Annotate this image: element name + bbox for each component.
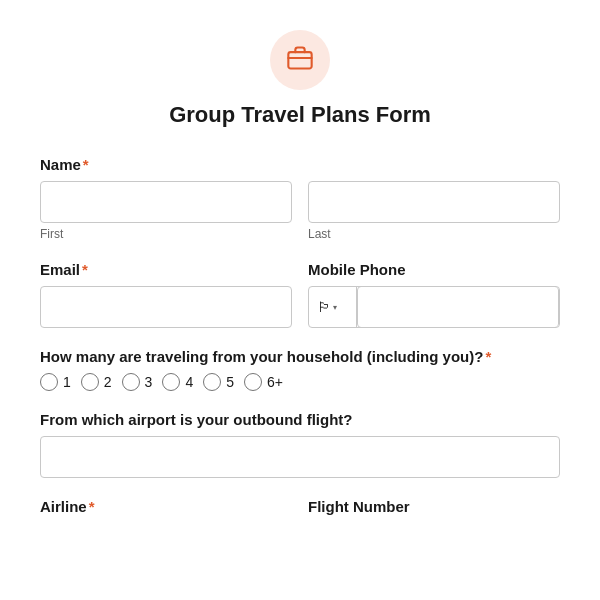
email-mobile-section: Email* Mobile Phone 🏳 ▾ xyxy=(40,261,560,328)
radio-2[interactable] xyxy=(81,373,99,391)
email-mobile-row: Email* Mobile Phone 🏳 ▾ xyxy=(40,261,560,328)
airline-group: Airline* xyxy=(40,498,292,523)
phone-field-wrapper: 🏳 ▾ xyxy=(308,286,560,328)
radio-label-6plus: 6+ xyxy=(267,374,283,390)
radio-option-3[interactable]: 3 xyxy=(122,373,153,391)
svg-rect-0 xyxy=(288,52,311,68)
mobile-label: Mobile Phone xyxy=(308,261,560,278)
radio-option-4[interactable]: 4 xyxy=(162,373,193,391)
briefcase-icon xyxy=(286,44,314,76)
airport-label: From which airport is your outbound flig… xyxy=(40,411,560,428)
flag-icon: 🏳 xyxy=(317,299,331,315)
first-name-group: First xyxy=(40,181,292,241)
phone-flag-select[interactable]: 🏳 ▾ xyxy=(309,287,357,327)
last-name-input[interactable] xyxy=(308,181,560,223)
radio-option-1[interactable]: 1 xyxy=(40,373,71,391)
name-required-star: * xyxy=(83,156,89,173)
flight-number-label: Flight Number xyxy=(308,498,560,515)
airport-input[interactable] xyxy=(40,436,560,478)
header-icon-circle xyxy=(270,30,330,90)
radio-option-2[interactable]: 2 xyxy=(81,373,112,391)
email-required-star: * xyxy=(82,261,88,278)
radio-3[interactable] xyxy=(122,373,140,391)
first-name-input[interactable] xyxy=(40,181,292,223)
name-section: Name* First Last xyxy=(40,156,560,241)
name-fields-row: First Last xyxy=(40,181,560,241)
last-name-group: Last xyxy=(308,181,560,241)
first-sublabel: First xyxy=(40,227,292,241)
radio-option-6plus[interactable]: 6+ xyxy=(244,373,283,391)
email-label: Email* xyxy=(40,261,292,278)
household-radio-group: 1 2 3 4 5 6+ xyxy=(40,373,560,391)
airline-required-star: * xyxy=(89,498,95,515)
radio-label-4: 4 xyxy=(185,374,193,390)
airport-section: From which airport is your outbound flig… xyxy=(40,411,560,478)
email-group: Email* xyxy=(40,261,292,328)
household-label: How many are traveling from your househo… xyxy=(40,348,560,365)
last-sublabel: Last xyxy=(308,227,560,241)
radio-4[interactable] xyxy=(162,373,180,391)
airport-field-wrapper xyxy=(40,436,560,478)
radio-5[interactable] xyxy=(203,373,221,391)
phone-input[interactable] xyxy=(357,286,559,328)
radio-option-5[interactable]: 5 xyxy=(203,373,234,391)
household-required-star: * xyxy=(485,348,491,365)
airline-flight-section: Airline* Flight Number xyxy=(40,498,560,523)
radio-label-3: 3 xyxy=(145,374,153,390)
household-section: How many are traveling from your househo… xyxy=(40,348,560,391)
radio-1[interactable] xyxy=(40,373,58,391)
chevron-down-icon: ▾ xyxy=(333,303,337,312)
radio-label-2: 2 xyxy=(104,374,112,390)
email-input[interactable] xyxy=(40,286,292,328)
radio-label-1: 1 xyxy=(63,374,71,390)
mobile-group: Mobile Phone 🏳 ▾ xyxy=(308,261,560,328)
airline-flight-row: Airline* Flight Number xyxy=(40,498,560,523)
airline-label: Airline* xyxy=(40,498,292,515)
radio-label-5: 5 xyxy=(226,374,234,390)
flight-number-group: Flight Number xyxy=(308,498,560,523)
form-title: Group Travel Plans Form xyxy=(169,102,431,128)
radio-6plus[interactable] xyxy=(244,373,262,391)
name-label: Name* xyxy=(40,156,560,173)
form-header: Group Travel Plans Form xyxy=(40,30,560,128)
